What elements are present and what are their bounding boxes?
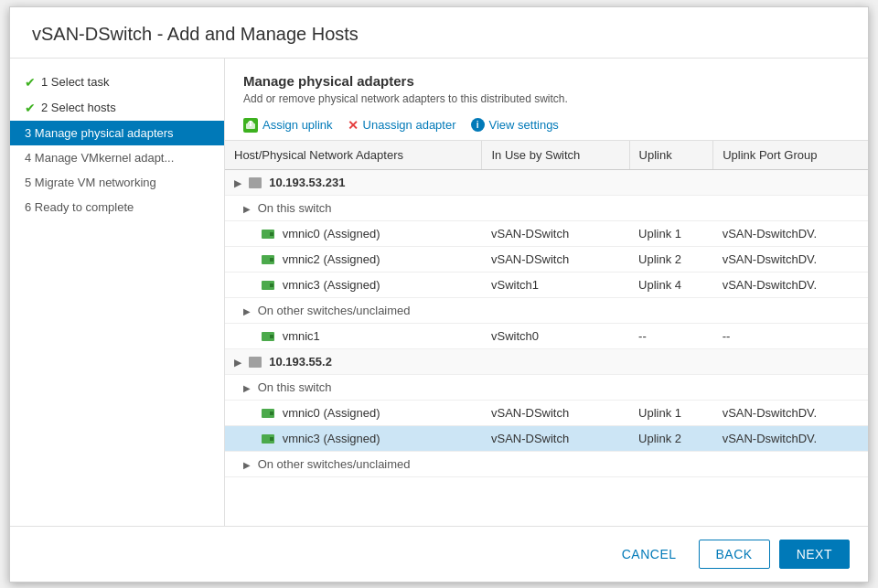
- inuse-cell: vSAN-DSwitch: [482, 246, 629, 272]
- host-row-cell: ▶ 10.193.55.2: [225, 348, 868, 374]
- sidebar-item-step4[interactable]: 4 Manage VMkernel adapt...: [10, 145, 224, 170]
- table-row[interactable]: vmnic0 (Assigned) vSAN-DSwitch Uplink 1 …: [225, 400, 868, 425]
- back-button[interactable]: BACK: [699, 540, 770, 569]
- assign-icon: [243, 118, 258, 133]
- adapter-icon: [262, 255, 274, 264]
- dialog-title: vSAN-DSwitch - Add and Manage Hosts: [10, 7, 868, 59]
- collapse-icon: ▶: [243, 460, 251, 470]
- uplink-cell: Uplink 1: [629, 400, 713, 425]
- table-row[interactable]: vmnic1 vSwitch0 -- --: [225, 323, 868, 348]
- adapter-name: vmnic2 (Assigned): [283, 252, 380, 266]
- table-row: ▶ On other switches/unclaimed: [225, 451, 868, 476]
- collapse-icon: ▶: [234, 358, 241, 368]
- adapter-icon: [262, 230, 274, 239]
- sidebar-item-step6[interactable]: 6 Ready to complete: [10, 195, 224, 219]
- sidebar-item-step3[interactable]: 3 Manage physical adapters: [10, 121, 224, 145]
- sidebar-label-step6: 6 Ready to complete: [25, 200, 134, 214]
- portgroup-cell: vSAN-DswitchDV.: [713, 246, 868, 272]
- adapter-name-cell: vmnic2 (Assigned): [225, 246, 482, 272]
- adapters-table: Host/Physical Network Adapters In Use by…: [225, 141, 868, 477]
- table-row[interactable]: vmnic2 (Assigned) vSAN-DSwitch Uplink 2 …: [225, 246, 868, 272]
- table-row[interactable]: ▶ 10.193.55.2: [225, 348, 868, 374]
- sidebar-label-step3: 3 Manage physical adapters: [25, 126, 174, 140]
- table-row: ▶ On this switch: [225, 374, 868, 400]
- col-header-uplink: Uplink: [629, 141, 713, 170]
- table-row: ▶ On other switches/unclaimed: [225, 297, 868, 323]
- uplink-cell: Uplink 2: [629, 425, 713, 451]
- main-dialog: vSAN-DSwitch - Add and Manage Hosts ✔ 1 …: [9, 6, 869, 583]
- host-ip: 10.193.55.2: [269, 355, 332, 369]
- table-row[interactable]: vmnic3 (Assigned) vSAN-DSwitch Uplink 2 …: [225, 425, 868, 451]
- subgroup-cell: ▶ On this switch: [225, 195, 868, 220]
- subgroup-cell: ▶ On this switch: [225, 374, 868, 400]
- adapter-name: vmnic0 (Assigned): [283, 406, 380, 420]
- sidebar: ✔ 1 Select task ✔ 2 Select hosts 3 Manag…: [10, 59, 225, 526]
- inuse-cell: vSwitch0: [482, 323, 629, 348]
- subgroup-label: On this switch: [258, 380, 332, 394]
- adapter-icon: [262, 434, 274, 444]
- inuse-cell: vSwitch1: [482, 272, 629, 297]
- table-row[interactable]: vmnic3 (Assigned) vSwitch1 Uplink 4 vSAN…: [225, 272, 868, 297]
- section-desc: Add or remove physical network adapters …: [243, 92, 850, 105]
- sidebar-item-step2[interactable]: ✔ 2 Select hosts: [10, 95, 224, 121]
- sidebar-label-step4: 4 Manage VMkernel adapt...: [25, 151, 174, 165]
- sidebar-label-step2: 2 Select hosts: [41, 101, 116, 114]
- col-header-portgroup: Uplink Port Group: [713, 141, 868, 170]
- sidebar-label-step5: 5 Migrate VM networking: [25, 176, 156, 189]
- sidebar-item-step5[interactable]: 5 Migrate VM networking: [10, 170, 224, 195]
- collapse-icon: ▶: [234, 178, 241, 188]
- collapse-icon: ▶: [243, 306, 251, 316]
- adapter-name-cell: vmnic0 (Assigned): [225, 400, 482, 425]
- section-title: Manage physical adapters: [243, 73, 850, 89]
- table-row[interactable]: ▶ 10.193.53.231: [225, 169, 868, 195]
- adapter-icon: [262, 332, 274, 341]
- dialog-body: ✔ 1 Select task ✔ 2 Select hosts 3 Manag…: [10, 59, 868, 526]
- adapter-name-cell: vmnic1: [225, 323, 482, 348]
- subgroup-label: On other switches/unclaimed: [258, 457, 411, 471]
- adapter-name-cell: vmnic3 (Assigned): [225, 272, 482, 297]
- portgroup-cell: vSAN-DswitchDV.: [713, 272, 868, 297]
- portgroup-cell: vSAN-DswitchDV.: [713, 220, 868, 246]
- collapse-icon: ▶: [243, 383, 251, 393]
- host-ip: 10.193.53.231: [269, 176, 345, 189]
- collapse-icon: ▶: [243, 204, 251, 214]
- uplink-cell: Uplink 4: [629, 272, 713, 297]
- portgroup-cell: --: [713, 323, 868, 348]
- adapter-name-cell: vmnic0 (Assigned): [225, 220, 482, 246]
- table-row[interactable]: vmnic0 (Assigned) vSAN-DSwitch Uplink 1 …: [225, 220, 868, 246]
- adapter-name: vmnic0 (Assigned): [283, 227, 380, 241]
- uplink-cell: Uplink 1: [629, 220, 713, 246]
- checkmark-icon-step2: ✔: [25, 101, 36, 115]
- adapter-name: vmnic1: [283, 329, 320, 343]
- sidebar-item-step1[interactable]: ✔ 1 Select task: [10, 69, 224, 95]
- cancel-button[interactable]: CANCEL: [609, 541, 690, 567]
- unassign-label: Unassign adapter: [363, 118, 456, 132]
- view-settings-button[interactable]: i View settings: [471, 118, 559, 132]
- adapter-icon: [262, 409, 274, 418]
- col-header-inuse: In Use by Switch: [482, 141, 629, 170]
- unassign-icon: ✕: [348, 118, 359, 133]
- subgroup-cell: ▶ On other switches/unclaimed: [225, 451, 868, 476]
- subgroup-label: On this switch: [258, 201, 332, 215]
- checkmark-icon-step1: ✔: [25, 75, 36, 90]
- assign-uplink-label: Assign uplink: [262, 118, 333, 132]
- uplink-cell: Uplink 2: [629, 246, 713, 272]
- portgroup-cell: vSAN-DswitchDV.: [713, 400, 868, 425]
- inuse-cell: vSAN-DSwitch: [482, 425, 629, 451]
- portgroup-cell: vSAN-DswitchDV.: [713, 425, 868, 451]
- uplink-cell: --: [629, 323, 713, 348]
- host-icon: [249, 357, 262, 368]
- view-settings-label: View settings: [489, 118, 559, 132]
- adapter-name: vmnic3 (Assigned): [283, 432, 380, 445]
- unassign-adapter-button[interactable]: ✕ Unassign adapter: [348, 118, 456, 133]
- next-button[interactable]: NEXT: [779, 540, 850, 569]
- info-icon: i: [471, 118, 485, 132]
- section-header: Manage physical adapters Add or remove p…: [225, 59, 868, 112]
- adapter-name: vmnic3 (Assigned): [283, 278, 380, 292]
- dialog-footer: CANCEL BACK NEXT: [10, 526, 868, 582]
- table-container: Host/Physical Network Adapters In Use by…: [225, 141, 868, 526]
- main-content: Manage physical adapters Add or remove p…: [225, 59, 868, 526]
- col-header-adapters: Host/Physical Network Adapters: [225, 141, 482, 170]
- host-row-cell: ▶ 10.193.53.231: [225, 169, 868, 195]
- assign-uplink-button[interactable]: Assign uplink: [243, 118, 333, 133]
